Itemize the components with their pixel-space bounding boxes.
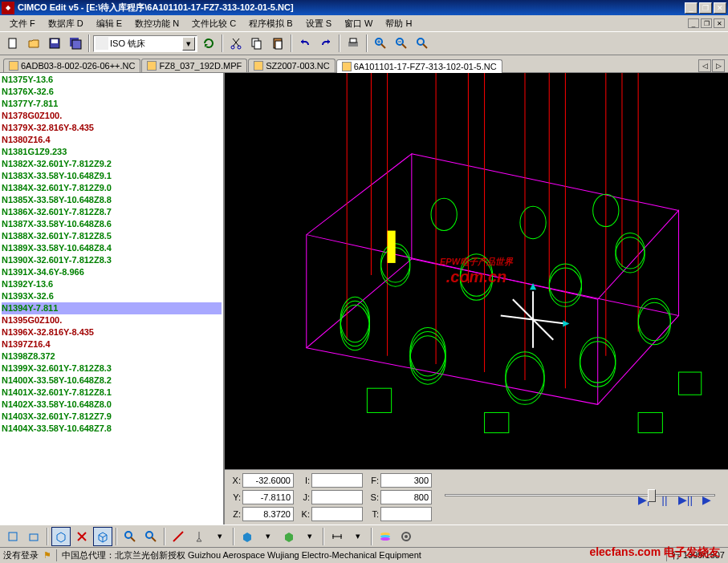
code-line[interactable]: N1397Z16.4 <box>2 338 222 350</box>
svg-point-45 <box>638 298 670 340</box>
code-line[interactable]: N1399X-32.601Y-7.812Z8.3 <box>2 363 222 375</box>
new-button[interactable] <box>3 34 22 53</box>
paste-button[interactable] <box>268 34 287 53</box>
menu-nc[interactable]: 数控功能 N <box>128 16 185 31</box>
zoom-fit-icon[interactable] <box>413 34 432 53</box>
mdi-minimize[interactable]: _ <box>688 18 699 28</box>
file-tab-3[interactable]: 6A101101-17-FZ7-313-102-01-5.NC <box>336 59 502 73</box>
file-icon <box>254 61 263 71</box>
code-line[interactable]: N1375Y-13.6 <box>2 74 222 86</box>
zoom-in-icon[interactable] <box>371 34 390 53</box>
dim-icon[interactable] <box>327 527 347 546</box>
solid-icon[interactable] <box>238 527 257 546</box>
code-line[interactable]: N1392Y-13.6 <box>2 278 222 290</box>
code-line[interactable]: N1396X-32.816Y-8.435 <box>2 326 222 338</box>
file-tab-2[interactable]: SZ2007-003.NC <box>248 59 336 72</box>
code-line[interactable]: N1394Y-7.811 <box>2 302 222 314</box>
menu-database[interactable]: 数据库 D <box>42 16 90 31</box>
menu-help[interactable]: 帮助 H <box>379 16 418 31</box>
minimize-button[interactable]: _ <box>685 2 697 14</box>
menu-edit[interactable]: 编辑 E <box>90 16 128 31</box>
t-value[interactable] <box>380 507 432 521</box>
code-line[interactable]: N1388X-32.601Y-7.812Z8.5 <box>2 230 222 242</box>
mdi-restore[interactable]: ❐ <box>701 18 712 28</box>
gear-icon[interactable] <box>397 527 416 546</box>
code-line[interactable]: N1378G0Z100. <box>2 110 222 122</box>
code-line[interactable]: N1403X-32.601Y-7.812Z7.9 <box>2 411 222 423</box>
menu-setup[interactable]: 设置 S <box>299 16 338 31</box>
file-tab-1[interactable]: FZ8_037_192D.MPF <box>141 59 247 72</box>
mdi-close[interactable]: ✕ <box>714 18 725 28</box>
menu-simulate[interactable]: 程序模拟 B <box>242 16 299 31</box>
file-tab-0[interactable]: 6ADB03-8-002-026-06++.NC <box>3 59 140 72</box>
copy-button[interactable] <box>247 34 266 53</box>
j-value[interactable] <box>311 490 363 504</box>
k-value[interactable] <box>311 507 363 521</box>
code-line[interactable]: N1395G0Z100. <box>2 314 222 326</box>
y-value[interactable] <box>242 490 294 504</box>
maximize-button[interactable]: ❐ <box>699 2 712 14</box>
view-front-icon[interactable] <box>24 527 43 546</box>
file-icon <box>342 62 352 71</box>
menu-file[interactable]: 文件 F <box>3 16 42 31</box>
box-arrow-icon[interactable]: ▾ <box>300 527 319 546</box>
code-line[interactable]: N1387X-33.58Y-10.648Z8.6 <box>2 218 222 230</box>
code-line[interactable]: N1385X-33.58Y-10.648Z8.8 <box>2 194 222 206</box>
code-line[interactable]: N1382X-32.601Y-7.812Z9.2 <box>2 158 222 170</box>
code-line[interactable]: N1400X-33.58Y-10.648Z8.2 <box>2 375 222 387</box>
code-line[interactable]: N1401X-32.601Y-7.812Z8.1 <box>2 387 222 399</box>
open-button[interactable] <box>24 34 43 53</box>
measure-icon[interactable] <box>169 527 188 546</box>
refresh-button[interactable] <box>199 34 218 53</box>
tab-prev[interactable]: ◁ <box>698 59 711 72</box>
view-iso-icon[interactable] <box>51 527 71 546</box>
code-line[interactable]: N1390X-32.601Y-7.812Z8.3 <box>2 254 222 266</box>
view-top-icon[interactable] <box>3 527 22 546</box>
zoom-out-icon[interactable] <box>392 34 411 53</box>
tab-next[interactable]: ▷ <box>712 59 725 72</box>
f-value[interactable] <box>380 473 432 488</box>
code-line[interactable]: N1389X-33.58Y-10.648Z8.4 <box>2 242 222 254</box>
code-line[interactable]: N1386X-32.601Y-7.812Z8.7 <box>2 206 222 218</box>
layers-icon[interactable] <box>376 527 395 546</box>
view-delete-icon[interactable] <box>72 527 92 546</box>
code-line[interactable]: N1384X-32.601Y-7.812Z9.0 <box>2 182 222 194</box>
zoom-out2-icon[interactable] <box>141 527 161 546</box>
code-line[interactable]: N1393X-32.6 <box>2 290 222 302</box>
3d-viewport[interactable]: EPW电子产品世界 .com.cn <box>225 73 728 469</box>
code-line[interactable]: N1381G1Z9.233 <box>2 146 222 158</box>
tool-icon[interactable] <box>189 527 209 546</box>
close-button[interactable]: ✕ <box>714 2 726 14</box>
menu-compare[interactable]: 文件比较 C <box>185 16 242 31</box>
save-button[interactable] <box>45 34 64 53</box>
saveall-button[interactable] <box>66 34 85 53</box>
solid-arrow-icon[interactable]: ▾ <box>258 527 278 546</box>
machine-combo[interactable]: ISO 铣床 ▾ <box>93 35 197 52</box>
view-wire-icon[interactable] <box>93 527 112 546</box>
code-line[interactable]: N1402X-33.58Y-10.648Z8.0 <box>2 399 222 411</box>
code-line[interactable]: N1383X-33.58Y-10.648Z9.1 <box>2 170 222 182</box>
dim-arrow-icon[interactable]: ▾ <box>348 527 368 546</box>
tool-arrow-icon[interactable]: ▾ <box>210 527 230 546</box>
z-value[interactable] <box>242 507 294 521</box>
code-line[interactable]: N1376X-32.6 <box>2 86 222 98</box>
cut-button[interactable] <box>226 34 246 53</box>
code-line[interactable]: N1391X-34.6Y-8.966 <box>2 266 222 278</box>
chevron-down-icon[interactable]: ▾ <box>182 37 195 51</box>
undo-button[interactable] <box>295 34 315 53</box>
menu-window[interactable]: 窗口 W <box>338 16 379 31</box>
code-line[interactable]: N1377Y-7.811 <box>2 98 222 110</box>
i-value[interactable] <box>311 473 363 488</box>
code-line[interactable]: N1380Z16.4 <box>2 134 222 146</box>
code-line[interactable]: N1379X-32.816Y-8.435 <box>2 122 222 134</box>
zoom-in2-icon[interactable] <box>120 527 140 546</box>
print-button[interactable] <box>344 34 363 53</box>
s-value[interactable] <box>380 490 432 504</box>
x-value[interactable] <box>242 473 294 488</box>
svg-point-48 <box>460 258 492 300</box>
code-line[interactable]: N1404X-33.58Y-10.648Z7.8 <box>2 423 222 435</box>
code-line[interactable]: N1398Z8.372 <box>2 350 222 363</box>
box-icon[interactable] <box>279 527 299 546</box>
redo-button[interactable] <box>316 34 336 53</box>
nc-code-editor[interactable]: N1375Y-13.6N1376X-32.6N1377Y-7.811N1378G… <box>0 73 223 525</box>
